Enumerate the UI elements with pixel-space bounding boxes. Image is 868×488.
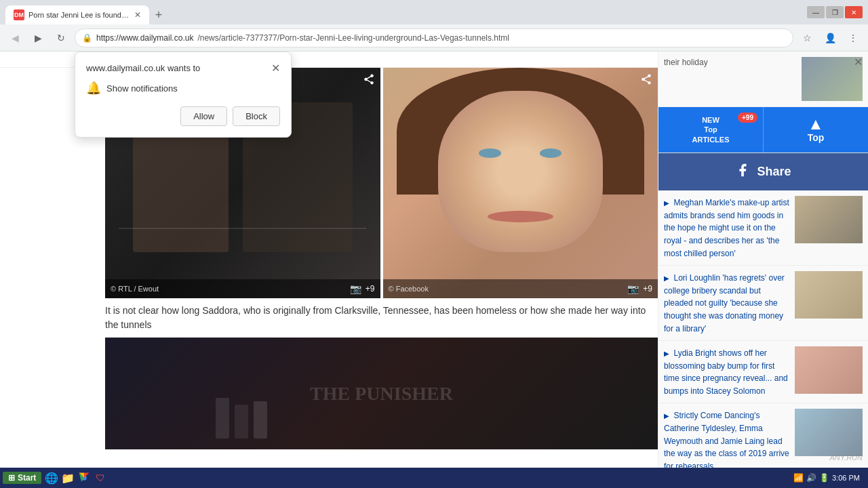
holiday-item-text: their holiday <box>664 57 796 68</box>
news-item-3[interactable]: ▶ Lydia Bright shows off her blossoming … <box>658 341 868 403</box>
close-button[interactable]: ✕ <box>845 6 863 18</box>
active-tab[interactable]: DM Porn star Jenni Lee is found living i… <box>5 5 149 24</box>
news-item-2[interactable]: ▶ Lori Loughlin 'has regrets' over colle… <box>658 266 868 341</box>
menu-button[interactable]: ⋮ <box>844 28 863 47</box>
start-label: Start <box>18 473 36 483</box>
article-caption: It is not clear how long Saddora, who is… <box>105 298 658 338</box>
allow-button[interactable]: Allow <box>180 106 227 126</box>
share-section[interactable]: Share <box>658 153 868 190</box>
camera-icon-2: 📷 <box>627 283 639 294</box>
top-button[interactable]: ▲ Top <box>763 107 868 152</box>
image-2-bg <box>383 68 658 298</box>
popup-buttons: Allow Block <box>86 106 280 126</box>
news-arrow-2: ▶ <box>664 274 669 282</box>
facebook-icon <box>735 163 750 181</box>
battery-icon: 🔋 <box>819 473 829 483</box>
tab-close-button[interactable]: ✕ <box>134 10 141 20</box>
url-bar[interactable]: 🔒 https://www.dailymail.co.uk /news/arti… <box>75 28 793 47</box>
image-1-count: +9 <box>366 284 375 293</box>
image-1-caption: © RTL / Ewout <box>111 285 159 293</box>
start-button[interactable]: ⊞ Start <box>3 472 41 484</box>
news-text-1: Meghan Markle's make-up artist admits br… <box>664 198 789 258</box>
image-2-count: +9 <box>643 284 652 293</box>
minimize-button[interactable]: — <box>807 6 825 18</box>
anyrun-text: ANY.RUN <box>830 453 863 462</box>
network-icon: 📶 <box>793 473 804 483</box>
image-1-controls: 📷 +9 <box>350 283 375 294</box>
bookmark-button[interactable]: ☆ <box>797 28 816 47</box>
tab-bar: DM Porn star Jenni Lee is found living i… <box>5 0 168 24</box>
start-icon: ⊞ <box>8 473 15 483</box>
news-image-2 <box>795 271 863 319</box>
volume-icon: 🔊 <box>806 473 816 483</box>
image-2-overlay: © Facebook 📷 +9 <box>383 279 658 298</box>
camera-icon-1: 📷 <box>350 283 361 294</box>
news-image-3 <box>795 346 863 394</box>
title-bar: DM Porn star Jenni Lee is found living i… <box>0 0 868 24</box>
browser-frame: DM Porn star Jenni Lee is found living i… <box>0 0 868 488</box>
bell-icon: 🔔 <box>86 81 101 96</box>
article-bottom-image: THE PUNISHER <box>105 338 658 449</box>
news-arrow-3: ▶ <box>664 350 669 357</box>
new-articles-label: NEWTopARTICLES <box>692 115 730 144</box>
forward-button[interactable]: ▶ <box>28 28 47 47</box>
notification-subtitle: Show notifications <box>106 83 178 94</box>
url-path: /news/article-7377377/Porn-star-Jenni-Le… <box>197 33 509 43</box>
article-image-2: © Facebook 📷 +9 <box>383 68 658 298</box>
news-text-3: Lydia Bright shows off her blossoming ba… <box>664 348 788 396</box>
news-item-1[interactable]: ▶ Meghan Markle's make-up artist admits … <box>658 190 868 266</box>
news-arrow-1: ▶ <box>664 199 669 207</box>
refresh-button[interactable]: ↻ <box>52 28 71 47</box>
taskbar-items: 🌐 📁 🛡 <box>44 470 791 485</box>
popup-close-button[interactable]: ✕ <box>271 63 280 74</box>
image-2-controls: 📷 +9 <box>627 283 652 294</box>
tab-title: Porn star Jenni Lee is found living i... <box>28 11 130 19</box>
taskbar-sys: 📶 🔊 🔋 <box>793 473 829 483</box>
lock-icon: 🔒 <box>82 33 92 43</box>
holiday-item: their holiday <box>658 52 868 107</box>
right-sidebar: ✕ their holiday +99 NEWTopARTICLES ▲ Top <box>658 52 868 488</box>
top-label: Top <box>808 132 825 143</box>
popup-item: 🔔 Show notifications <box>86 81 280 96</box>
new-tab-button[interactable]: + <box>149 5 168 24</box>
image-1-overlay: © RTL / Ewout 📷 +9 <box>105 279 380 298</box>
tab-favicon: DM <box>14 9 24 20</box>
sidebar-close-button[interactable]: ✕ <box>854 56 863 68</box>
anyrun-watermark: ANY.RUN <box>825 451 869 464</box>
taskbar-ie-icon[interactable]: 🌐 <box>44 470 59 485</box>
face-shape <box>438 91 603 252</box>
image-2-caption: © Facebook <box>389 285 429 293</box>
news-list: ▶ Meghan Markle's make-up artist admits … <box>658 190 868 488</box>
notification-popup: www.dailymail.co.uk wants to ✕ 🔔 Show no… <box>75 52 292 138</box>
punisher-text: THE PUNISHER <box>310 383 453 405</box>
popup-title: www.dailymail.co.uk wants to <box>86 63 200 73</box>
page-area: www.dailymail.co.uk wants to ✕ 🔔 Show no… <box>0 52 868 488</box>
address-bar: ◀ ▶ ↻ 🔒 https://www.dailymail.co.uk /new… <box>0 24 868 52</box>
taskbar-folder-icon[interactable]: 📁 <box>60 470 75 485</box>
top-articles-section: +99 NEWTopARTICLES ▲ Top <box>658 107 868 153</box>
news-arrow-4: ▶ <box>664 412 669 420</box>
new-articles-button[interactable]: +99 NEWTopARTICLES <box>658 107 763 152</box>
window-controls: — ❐ ✕ <box>807 6 863 18</box>
profile-button[interactable]: 👤 <box>821 28 840 47</box>
taskbar-chrome-icon[interactable] <box>77 470 92 485</box>
back-button[interactable]: ◀ <box>5 28 24 47</box>
new-articles-badge: +99 <box>738 113 757 123</box>
share-icon-2[interactable] <box>640 73 652 88</box>
taskbar-clock: 3:06 PM <box>832 474 865 482</box>
popup-header: www.dailymail.co.uk wants to ✕ <box>86 63 280 74</box>
taskbar: ⊞ Start 🌐 📁 🛡 📶 🔊 🔋 3:06 PM <box>0 468 868 488</box>
news-text-4: Strictly Come Dancing's Catherine Tyldes… <box>664 411 789 471</box>
maximize-button[interactable]: ❐ <box>826 6 844 18</box>
block-button[interactable]: Block <box>233 106 280 126</box>
share-label: Share <box>757 165 791 179</box>
news-text-2: Lori Loughlin 'has regrets' over college… <box>664 273 785 333</box>
top-arrow-icon: ▲ <box>808 116 824 132</box>
news-image-4 <box>795 409 863 456</box>
url-domain: https://www.dailymail.co.uk <box>96 33 193 43</box>
share-icon-1[interactable] <box>363 73 375 88</box>
news-image-1 <box>795 196 863 243</box>
taskbar-security-icon[interactable]: 🛡 <box>93 470 108 485</box>
